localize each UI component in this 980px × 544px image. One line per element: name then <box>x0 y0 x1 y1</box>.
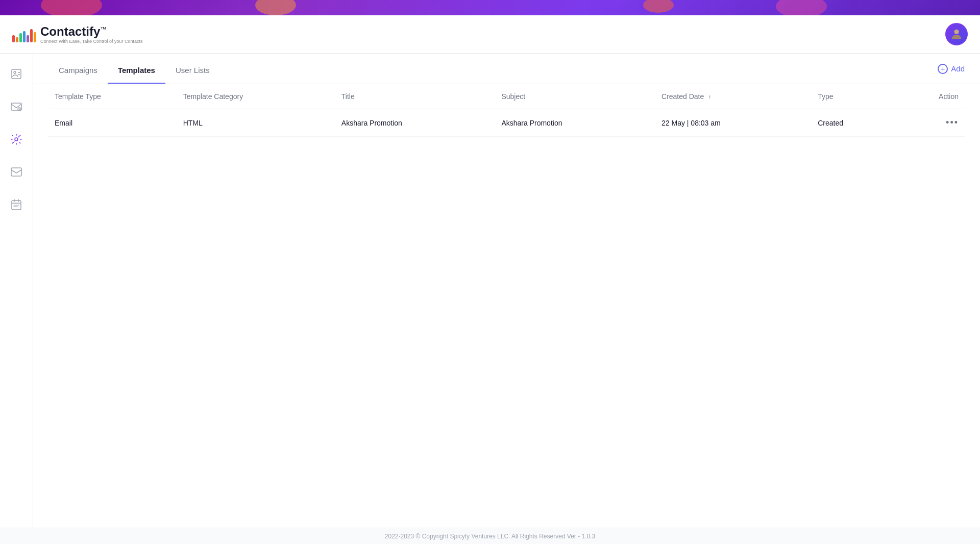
col-subject: Subject <box>495 84 655 109</box>
cell-template-type: Email <box>48 109 177 137</box>
sidebar-item-email-settings[interactable] <box>6 96 27 117</box>
sidebar <box>0 54 33 528</box>
sidebar-item-campaigns[interactable] <box>6 129 27 150</box>
svg-point-0 <box>954 30 959 34</box>
user-avatar[interactable] <box>945 23 968 45</box>
cell-type: Created <box>812 109 894 137</box>
brand-tagline: Connect With Ease, Take Control of your … <box>40 39 142 44</box>
add-button[interactable]: + Add <box>938 64 965 74</box>
col-title: Title <box>335 84 496 109</box>
svg-rect-1 <box>12 69 21 79</box>
footer-text: 2022-2023 © Copyright Spicyfy Ventures L… <box>385 533 595 540</box>
table-row: Email HTML Akshara Promotion Akshara Pro… <box>48 109 965 137</box>
col-created-date[interactable]: Created Date ↑ <box>655 84 812 109</box>
logo: Contactify™ Connect With Ease, Take Cont… <box>12 24 142 44</box>
tabs-area: Campaigns Templates User Lists + Add <box>33 54 980 84</box>
tab-templates[interactable]: Templates <box>108 66 165 84</box>
logo-bars <box>12 26 36 42</box>
col-type: Type <box>812 84 894 109</box>
tabs: Campaigns Templates User Lists <box>48 54 220 84</box>
tab-campaigns[interactable]: Campaigns <box>48 66 108 84</box>
footer: 2022-2023 © Copyright Spicyfy Ventures L… <box>0 528 980 544</box>
svg-point-7 <box>15 138 18 141</box>
brand-name: Contactify™ <box>40 24 142 39</box>
table-container: Template Type Template Category Title Su… <box>33 84 980 137</box>
cell-created-date: 22 May | 08:03 am <box>655 109 812 137</box>
top-banner <box>0 0 980 15</box>
header: Contactify™ Connect With Ease, Take Cont… <box>0 15 980 54</box>
tab-user-lists[interactable]: User Lists <box>165 66 220 84</box>
cell-title: Akshara Promotion <box>335 109 496 137</box>
svg-point-2 <box>14 71 16 73</box>
plus-circle-icon: + <box>938 64 948 74</box>
sidebar-item-templates[interactable] <box>6 162 27 182</box>
col-template-type: Template Type <box>48 84 177 109</box>
sidebar-item-contacts[interactable] <box>6 64 27 84</box>
action-menu-button[interactable]: ••• <box>946 117 959 128</box>
logo-text: Contactify™ Connect With Ease, Take Cont… <box>40 24 142 44</box>
add-label: Add <box>951 64 965 73</box>
main-layout: Campaigns Templates User Lists + Add Tem… <box>0 54 980 528</box>
sort-arrow-icon: ↑ <box>708 93 711 101</box>
svg-rect-8 <box>11 168 21 176</box>
cell-template-category: HTML <box>177 109 335 137</box>
sidebar-item-calendar[interactable] <box>6 194 27 215</box>
cell-action[interactable]: ••• <box>894 109 965 137</box>
content-area: Campaigns Templates User Lists + Add Tem… <box>33 54 980 528</box>
col-template-category: Template Category <box>177 84 335 109</box>
col-action: Action <box>894 84 965 109</box>
templates-table: Template Type Template Category Title Su… <box>48 84 965 137</box>
cell-subject: Akshara Promotion <box>495 109 655 137</box>
